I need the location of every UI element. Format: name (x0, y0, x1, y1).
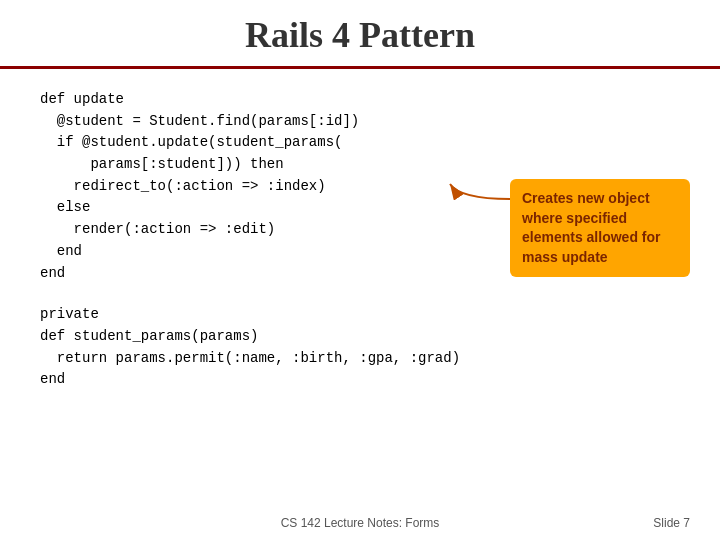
private-line-4: end (40, 369, 690, 391)
code-line-8: end (40, 241, 500, 263)
private-line-3: return params.permit(:name, :birth, :gpa… (40, 348, 690, 370)
private-line-2: def student_params(params) (40, 326, 690, 348)
code-line-7: render(:action => :edit) (40, 219, 500, 241)
slide-footer: CS 142 Lecture Notes: Forms Slide 7 (0, 516, 720, 530)
slide-title: Rails 4 Pattern (245, 15, 475, 55)
private-code-block: private def student_params(params) retur… (0, 294, 720, 401)
title-area: Rails 4 Pattern (0, 0, 720, 69)
main-code-block: def update @student = Student.find(param… (40, 89, 500, 284)
code-line-3: if @student.update(student_params( (40, 132, 500, 154)
private-code: private def student_params(params) retur… (40, 304, 690, 391)
code-line-4: params[:student])) then (40, 154, 500, 176)
code-line-6: else (40, 197, 500, 219)
annotation-bubble: Creates new object where specified eleme… (510, 179, 690, 277)
annotation-arrow (440, 169, 520, 229)
annotation-area: Creates new object where specified eleme… (510, 179, 690, 284)
code-line-9: end (40, 263, 500, 285)
code-line-2: @student = Student.find(params[:id]) (40, 111, 500, 133)
code-line-1: def update (40, 89, 500, 111)
content-area: def update @student = Student.find(param… (0, 69, 720, 294)
code-line-5: redirect_to(:action => :index) (40, 176, 500, 198)
private-line-1: private (40, 304, 690, 326)
slide: Rails 4 Pattern def update @student = St… (0, 0, 720, 540)
footer-center-text: CS 142 Lecture Notes: Forms (281, 516, 440, 530)
footer-slide-number: Slide 7 (653, 516, 690, 530)
